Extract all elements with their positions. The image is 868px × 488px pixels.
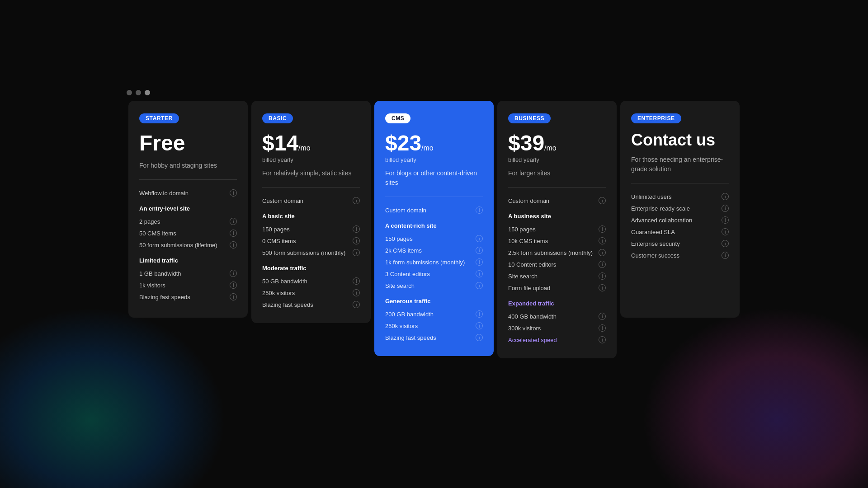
- feature-label-5: 3 Content editors: [385, 271, 430, 277]
- info-icon-3[interactable]: i: [476, 247, 483, 254]
- info-icon-4[interactable]: i: [722, 240, 729, 247]
- feature-item-9: 400 GB bandwidth i: [508, 310, 606, 322]
- feature-label-2: 2 pages: [139, 218, 160, 225]
- feature-label-6: Site search: [508, 273, 538, 280]
- price-block-enterprise: Contact us: [631, 131, 729, 150]
- price-contact: Contact us: [631, 131, 729, 150]
- feature-label-3: 0 CMS items: [262, 238, 296, 244]
- info-icon-6[interactable]: i: [599, 272, 606, 280]
- feature-item-7: 1k visitors i: [139, 279, 237, 291]
- price-block-business: $39/mo billed yearly: [508, 131, 606, 163]
- info-icon-5[interactable]: i: [722, 252, 729, 259]
- feature-label-2: 150 pages: [262, 226, 290, 233]
- info-icon-5[interactable]: i: [599, 261, 606, 268]
- info-icon-7[interactable]: i: [599, 284, 606, 291]
- info-icon-2[interactable]: i: [476, 235, 483, 242]
- card-desc-business: For larger sites: [508, 169, 606, 178]
- info-icon-0[interactable]: i: [230, 189, 237, 197]
- feature-item-6: Site search i: [508, 270, 606, 282]
- divider-starter: [139, 179, 237, 180]
- info-icon-1[interactable]: i: [722, 205, 729, 212]
- feature-item-6: 50 GB bandwidth i: [262, 275, 360, 287]
- info-icon-2[interactable]: i: [599, 225, 606, 233]
- info-icon-0[interactable]: i: [476, 206, 483, 214]
- info-icon-6[interactable]: i: [230, 270, 237, 277]
- feature-item-4: 2.5k form submissions (monthly) i: [508, 247, 606, 258]
- info-icon-3[interactable]: i: [230, 230, 237, 237]
- badge-starter: STARTER: [139, 113, 179, 123]
- feature-label-6: 50 GB bandwidth: [262, 278, 307, 285]
- divider-cms: [385, 197, 483, 197]
- info-icon-9[interactable]: i: [476, 322, 483, 329]
- feature-item-10: Blazing fast speeds i: [385, 332, 483, 343]
- info-icon-4[interactable]: i: [353, 249, 360, 256]
- price-free: Free: [139, 131, 237, 155]
- info-icon-10[interactable]: i: [476, 334, 483, 341]
- feature-item-3: 10k CMS items i: [508, 235, 606, 247]
- feature-item-2: 150 pages i: [508, 223, 606, 235]
- cards-container: STARTERFreeFor hobby and staging sites W…: [0, 101, 868, 358]
- feature-item-7: Form file upload i: [508, 282, 606, 294]
- feature-label-11: Accelerated speed: [508, 337, 557, 343]
- badge-enterprise: ENTERPRISE: [631, 113, 681, 123]
- price-billed: billed yearly: [385, 156, 483, 163]
- feature-label-2: 150 pages: [385, 235, 413, 242]
- info-icon-3[interactable]: i: [722, 228, 729, 235]
- info-icon-0[interactable]: i: [722, 193, 729, 200]
- info-icon-10[interactable]: i: [599, 324, 606, 332]
- feature-item-0: Unlimited users i: [631, 191, 729, 202]
- feature-label-3: 10k CMS items: [508, 238, 548, 244]
- feature-label-3: 50 CMS items: [139, 230, 176, 237]
- card-basic: BASIC $14/mo billed yearlyFor relatively…: [251, 101, 371, 323]
- price-amount: $39: [508, 131, 544, 155]
- feature-label-5: Customer success: [631, 252, 679, 259]
- badge-cms: CMS: [385, 113, 410, 123]
- info-icon-4[interactable]: i: [476, 258, 483, 266]
- price-amount: $23: [385, 131, 421, 155]
- info-icon-3[interactable]: i: [599, 237, 606, 244]
- section-title-5: Moderate traffic: [262, 265, 360, 272]
- price-per: /mo: [298, 144, 311, 152]
- feature-item-8: 200 GB bandwidth i: [385, 308, 483, 320]
- info-icon-7[interactable]: i: [353, 289, 360, 296]
- dot-1[interactable]: [127, 90, 132, 95]
- feature-item-5: 10 Content editors i: [508, 258, 606, 270]
- feature-item-0: Custom domain i: [385, 204, 483, 216]
- info-icon-2[interactable]: i: [230, 218, 237, 225]
- info-icon-9[interactable]: i: [599, 313, 606, 320]
- feature-label-0: Webflow.io domain: [139, 190, 189, 197]
- card-enterprise: ENTERPRISEContact usFor those needing an…: [620, 101, 740, 318]
- feature-label-7: 250k visitors: [262, 290, 295, 296]
- feature-label-2: 150 pages: [508, 226, 536, 233]
- price-block-basic: $14/mo billed yearly: [262, 131, 360, 163]
- info-icon-6[interactable]: i: [353, 277, 360, 285]
- info-icon-5[interactable]: i: [476, 270, 483, 277]
- info-icon-4[interactable]: i: [230, 241, 237, 249]
- info-icon-8[interactable]: i: [353, 301, 360, 308]
- badge-basic: BASIC: [262, 113, 293, 123]
- info-icon-2[interactable]: i: [353, 225, 360, 233]
- info-icon-11[interactable]: i: [599, 336, 606, 343]
- info-icon-2[interactable]: i: [722, 216, 729, 224]
- info-icon-8[interactable]: i: [476, 310, 483, 318]
- info-icon-3[interactable]: i: [353, 237, 360, 244]
- feature-item-8: Blazing fast speeds i: [262, 299, 360, 310]
- card-desc-enterprise: For those needing an enterprise-grade so…: [631, 155, 729, 174]
- feature-label-4: 500 form submissions (monthly): [262, 249, 345, 256]
- dot-2[interactable]: [136, 90, 141, 95]
- card-cms: CMS $23/mo billed yearlyFor blogs or oth…: [374, 101, 494, 356]
- feature-label-6: Site search: [385, 282, 415, 289]
- feature-item-4: 500 form submissions (monthly) i: [262, 247, 360, 258]
- feature-label-3: Guaranteed SLA: [631, 229, 675, 235]
- feature-item-5: Customer success i: [631, 249, 729, 261]
- feature-item-11: Accelerated speed i: [508, 334, 606, 346]
- info-icon-0[interactable]: i: [353, 197, 360, 204]
- info-icon-6[interactable]: i: [476, 282, 483, 289]
- feature-label-0: Custom domain: [385, 207, 426, 214]
- dot-3[interactable]: [145, 90, 150, 95]
- info-icon-4[interactable]: i: [599, 249, 606, 256]
- info-icon-7[interactable]: i: [230, 282, 237, 289]
- feature-label-10: 300k visitors: [508, 325, 541, 332]
- info-icon-8[interactable]: i: [230, 293, 237, 300]
- info-icon-0[interactable]: i: [599, 197, 606, 204]
